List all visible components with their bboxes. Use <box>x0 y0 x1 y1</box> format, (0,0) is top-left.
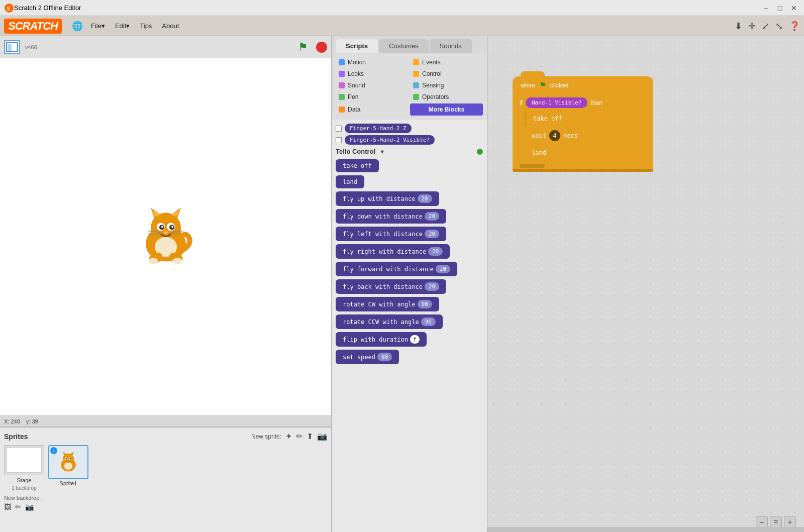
import-icon[interactable]: ⬇ <box>735 21 742 32</box>
tab-sounds[interactable]: Sounds <box>430 39 472 53</box>
block-fly-forward[interactable]: fly forward with distance 20 <box>336 262 483 276</box>
clicked-label: clicked <box>550 82 569 89</box>
tello-status-dot <box>477 149 483 155</box>
block-fly-left[interactable]: fly left with distance 20 <box>336 227 483 241</box>
help-icon[interactable]: ❓ <box>789 21 800 32</box>
cat-motion-label: Motion <box>348 59 366 66</box>
variable-row-1: Finger-5-Hand-2 Z <box>336 124 483 133</box>
coord-x: X: 240 <box>4 418 20 424</box>
cat-data[interactable]: Data <box>336 103 409 116</box>
zoom-in-button[interactable]: + <box>784 516 796 528</box>
then-label: then <box>590 99 602 107</box>
tello-label: Tello Control <box>336 148 375 155</box>
tab-scripts[interactable]: Scripts <box>336 39 378 53</box>
backdrop-camera-icon[interactable]: 📷 <box>25 503 34 511</box>
wait-num-badge[interactable]: 4 <box>549 130 560 141</box>
tello-header: Tello Control ▼ <box>336 148 483 155</box>
svg-point-34 <box>70 458 71 460</box>
scripting-canvas[interactable]: when ⚑ clicked if Hand-1 Visible? then <box>487 36 804 517</box>
stop-button[interactable] <box>316 42 327 53</box>
if-block[interactable]: if Hand-1 Visible? then take off wait 4 … <box>513 94 653 169</box>
cat-sound[interactable]: Sound <box>336 80 409 90</box>
cat-motion[interactable]: Motion <box>336 57 409 67</box>
menu-about[interactable]: About <box>158 20 183 32</box>
block-fly-up[interactable]: fly up with distance 20 <box>336 191 483 206</box>
cat-pen-label: Pen <box>348 93 358 100</box>
block-fly-right[interactable]: fly right with distance 20 <box>336 244 483 259</box>
cat-operators[interactable]: Operators <box>410 92 483 102</box>
menu-tips[interactable]: Tips <box>136 20 156 32</box>
block-fly-down[interactable]: fly down with distance 20 <box>336 209 483 224</box>
var2-checkbox[interactable] <box>336 137 342 143</box>
sprite-item[interactable]: i S <box>48 445 88 491</box>
cat-sensing[interactable]: Sensing <box>410 80 483 90</box>
variable-row-2: Finger-5-Hand-2 Visible? <box>336 135 483 145</box>
hat-block[interactable]: when ⚑ clicked <box>513 76 653 94</box>
green-flag-button[interactable]: ⚑ <box>298 41 308 54</box>
camera-icon[interactable]: 📷 <box>317 432 327 441</box>
hand-visible-sensor[interactable]: Hand-1 Visible? <box>526 97 587 108</box>
sprites-title: Sprites <box>4 433 28 441</box>
script-wait-block[interactable]: wait 4 secs <box>525 127 650 145</box>
stage-label: Stage <box>17 477 32 483</box>
block-land[interactable]: land <box>336 175 483 188</box>
horizontal-scrollbar[interactable] <box>487 527 804 532</box>
stage-thumbnail[interactable] <box>4 445 44 475</box>
stage-version: v460 <box>25 44 37 50</box>
svg-point-17 <box>164 231 168 234</box>
zoom-out-button[interactable]: – <box>756 516 768 528</box>
menu-file[interactable]: File▾ <box>87 20 109 32</box>
script-take-off-block[interactable]: take off <box>525 112 650 126</box>
stage-sublabel: 1 backdrop <box>12 485 36 491</box>
close-button[interactable]: ✕ <box>788 2 800 14</box>
block-flip[interactable]: flip with duration f <box>336 332 483 347</box>
var1-block[interactable]: Finger-5-Hand-2 Z <box>345 124 412 133</box>
tab-costumes[interactable]: Costumes <box>379 39 429 53</box>
block-rotate-ccw[interactable]: rotate CCW with angle 90 <box>336 314 483 329</box>
stage-view-icon[interactable] <box>4 40 20 54</box>
minimize-button[interactable]: – <box>760 2 772 14</box>
tello-arrow[interactable]: ▼ <box>379 149 385 155</box>
block-rotate-cw[interactable]: rotate CW with angle 90 <box>336 297 483 311</box>
cat-control[interactable]: Control <box>410 69 483 79</box>
block-take-off[interactable]: take off <box>336 159 483 172</box>
upload-icon[interactable]: ⬆ <box>307 432 313 441</box>
cat-looks[interactable]: Looks <box>336 69 409 79</box>
block-set-speed[interactable]: set speed 80 <box>336 350 483 364</box>
svg-rect-3 <box>8 44 12 51</box>
fullscreen-icon[interactable]: ⤢ <box>762 21 769 32</box>
new-sprite-label: New sprite: <box>251 433 281 440</box>
flag-icon: ⚑ <box>539 80 546 90</box>
pointer-icon[interactable]: ✛ <box>748 21 756 32</box>
var1-checkbox[interactable] <box>336 126 342 132</box>
cat-events[interactable]: Events <box>410 57 483 67</box>
menu-edit[interactable]: Edit▾ <box>111 20 134 32</box>
titlebar-title: Scratch 2 Offline Editor <box>14 4 81 12</box>
backdrop-pencil-icon[interactable]: ✏ <box>15 503 21 511</box>
svg-point-25 <box>172 258 182 264</box>
backdrop-paint-icon[interactable]: 🖼 <box>4 503 11 511</box>
var2-block[interactable]: Finger-5-Hand-2 Visible? <box>345 135 435 145</box>
cat-operators-label: Operators <box>422 93 449 100</box>
shrink-icon[interactable]: ⤡ <box>775 21 783 32</box>
block-fly-back[interactable]: fly back with distance 20 <box>336 279 483 294</box>
cat-more-blocks[interactable]: More Blocks <box>410 103 483 116</box>
coord-y: y: 39 <box>26 418 38 424</box>
stage-canvas <box>0 58 331 415</box>
cat-sound-label: Sound <box>348 82 365 89</box>
zoom-fit-button[interactable]: = <box>770 516 782 528</box>
stage-coords: X: 240 y: 39 <box>0 415 331 427</box>
stage-toolbar: v460 ⚑ <box>0 36 331 58</box>
paint-star-icon[interactable]: ✦ <box>285 432 292 441</box>
wait-label: wait <box>532 132 546 139</box>
titlebar: S Scratch 2 Offline Editor – □ ✕ <box>0 0 804 16</box>
svg-point-24 <box>148 258 158 264</box>
pencil-icon[interactable]: ✏ <box>296 432 303 441</box>
script-stack: when ⚑ clicked if Hand-1 Visible? then <box>513 76 653 172</box>
script-land-block[interactable]: land <box>525 146 650 160</box>
scratch-logo: SCRATCH <box>4 19 62 34</box>
cat-pen[interactable]: Pen <box>336 92 409 102</box>
globe-icon[interactable]: 🌐 <box>70 19 85 34</box>
sprite-info-icon: i <box>50 447 57 454</box>
maximize-button[interactable]: □ <box>774 2 786 14</box>
